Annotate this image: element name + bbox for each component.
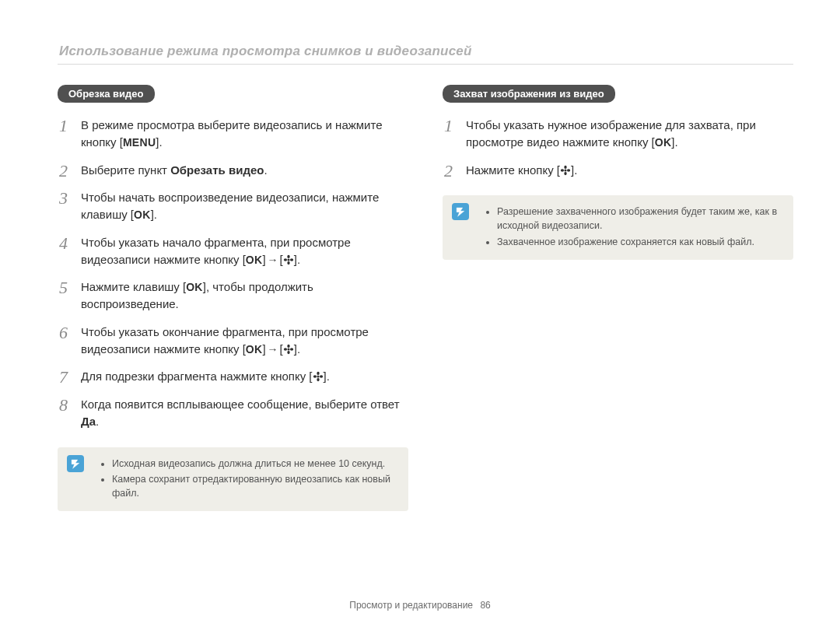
flower-icon bbox=[313, 371, 324, 382]
svg-point-13 bbox=[313, 376, 316, 378]
svg-point-1 bbox=[287, 254, 289, 257]
ok-label: OK bbox=[186, 281, 203, 293]
step-text: ]. bbox=[294, 342, 300, 356]
right-steps: Чтобы указать нужное изображение для зах… bbox=[443, 117, 793, 178]
ok-label: OK bbox=[655, 136, 672, 149]
step-text: ]. bbox=[671, 135, 677, 149]
left-section-title: Обрезка видео bbox=[58, 85, 155, 103]
svg-point-10 bbox=[317, 376, 319, 378]
step-text: Чтобы указать окончание фрагмента, при п… bbox=[81, 325, 369, 356]
svg-point-4 bbox=[290, 258, 293, 261]
step-text: ]. bbox=[156, 135, 162, 149]
right-section-title: Захват изображения из видео bbox=[443, 85, 615, 103]
flower-icon bbox=[283, 344, 294, 355]
content-columns: Обрезка видео В режиме просмотра выберит… bbox=[58, 85, 793, 511]
svg-point-2 bbox=[287, 261, 289, 264]
svg-point-8 bbox=[284, 348, 287, 350]
flower-icon bbox=[283, 254, 294, 265]
footer-section: Просмотр и редактирование bbox=[349, 600, 473, 611]
step-1: В режиме просмотра выберите видеозапись … bbox=[58, 117, 408, 151]
step-text: Для подрезки фрагмента нажмите кнопку [ bbox=[81, 370, 313, 383]
note-list: Исходная видеозапись должна длиться не м… bbox=[100, 457, 397, 500]
step-text: Нажмите кнопку [ bbox=[466, 163, 560, 177]
right-note-block: Разрешение захваченного изображения буде… bbox=[443, 195, 793, 259]
step-text: Нажмите клавишу [ bbox=[81, 280, 186, 293]
step-4: Чтобы указать начало фрагмента, при прос… bbox=[58, 234, 408, 268]
step-6: Чтобы указать окончание фрагмента, при п… bbox=[58, 324, 408, 358]
left-steps: В режиме просмотра выберите видеозапись … bbox=[58, 117, 408, 430]
page-number: 86 bbox=[480, 600, 490, 611]
step-text: ]→[ bbox=[262, 342, 282, 356]
svg-point-19 bbox=[567, 169, 570, 171]
note-list: Разрешение захваченного изображения буде… bbox=[485, 205, 782, 248]
svg-point-17 bbox=[564, 171, 566, 174]
step-3: Чтобы начать воспроизведение видеозаписи… bbox=[58, 189, 408, 223]
note-icon bbox=[452, 203, 469, 220]
note-icon bbox=[67, 455, 84, 472]
step-text: ]. bbox=[571, 163, 577, 177]
header-divider bbox=[58, 64, 793, 65]
step-text: Чтобы начать воспроизведение видеозаписи… bbox=[81, 191, 379, 221]
left-note-block: Исходная видеозапись должна длиться не м… bbox=[58, 447, 408, 511]
step-text: Выберите пункт bbox=[81, 163, 170, 177]
right-column: Захват изображения из видео Чтобы указат… bbox=[443, 85, 793, 511]
step-8: Когда появится всплывающее сообщение, вы… bbox=[58, 396, 408, 430]
menu-label: MENU bbox=[123, 136, 156, 149]
step-text: Чтобы указать нужное изображение для зах… bbox=[466, 118, 756, 149]
step-text: ]. bbox=[151, 208, 157, 221]
step-text: . bbox=[264, 163, 267, 177]
step-text: ]. bbox=[294, 253, 300, 266]
svg-point-11 bbox=[317, 372, 319, 375]
svg-point-15 bbox=[564, 169, 566, 171]
step-bold: Да bbox=[81, 415, 96, 428]
step-text: . bbox=[96, 415, 99, 428]
svg-point-0 bbox=[287, 258, 289, 261]
step-5: Нажмите клавишу [OK], чтобы продолжить в… bbox=[58, 278, 408, 313]
svg-point-7 bbox=[287, 350, 289, 353]
page: Использование режима просмотра снимков и… bbox=[0, 0, 840, 634]
ok-label: OK bbox=[246, 343, 263, 356]
page-title: Использование режима просмотра снимков и… bbox=[59, 44, 793, 59]
svg-point-3 bbox=[284, 258, 287, 261]
note-item: Камера сохранит отредактированную видеоз… bbox=[112, 472, 397, 500]
step-text: ]. bbox=[324, 370, 330, 383]
left-column: Обрезка видео В режиме просмотра выберит… bbox=[58, 85, 408, 511]
svg-point-16 bbox=[564, 165, 566, 168]
svg-point-5 bbox=[287, 348, 289, 350]
step-2: Выберите пункт Обрезать видео. bbox=[58, 162, 408, 179]
note-item: Разрешение захваченного изображения буде… bbox=[497, 205, 782, 233]
ok-label: OK bbox=[246, 254, 263, 266]
step-text: Чтобы указать начало фрагмента, при прос… bbox=[81, 236, 351, 266]
svg-point-14 bbox=[319, 376, 322, 378]
page-footer: Просмотр и редактирование 86 bbox=[0, 600, 840, 611]
svg-point-18 bbox=[561, 169, 564, 171]
step-bold: Обрезать видео bbox=[170, 163, 264, 177]
svg-point-9 bbox=[290, 348, 293, 350]
step-1: Чтобы указать нужное изображение для зах… bbox=[443, 117, 793, 151]
step-text: Когда появится всплывающее сообщение, вы… bbox=[81, 398, 400, 411]
note-item: Захваченное изображение сохраняется как … bbox=[497, 235, 782, 249]
flower-icon bbox=[560, 165, 571, 176]
svg-point-12 bbox=[317, 378, 319, 381]
step-2: Нажмите кнопку []. bbox=[443, 162, 793, 179]
step-text: ]→[ bbox=[262, 253, 282, 266]
svg-point-6 bbox=[287, 344, 289, 347]
note-item: Исходная видеозапись должна длиться не м… bbox=[112, 457, 397, 471]
ok-label: OK bbox=[134, 208, 151, 221]
step-7: Для подрезки фрагмента нажмите кнопку []… bbox=[58, 368, 408, 385]
